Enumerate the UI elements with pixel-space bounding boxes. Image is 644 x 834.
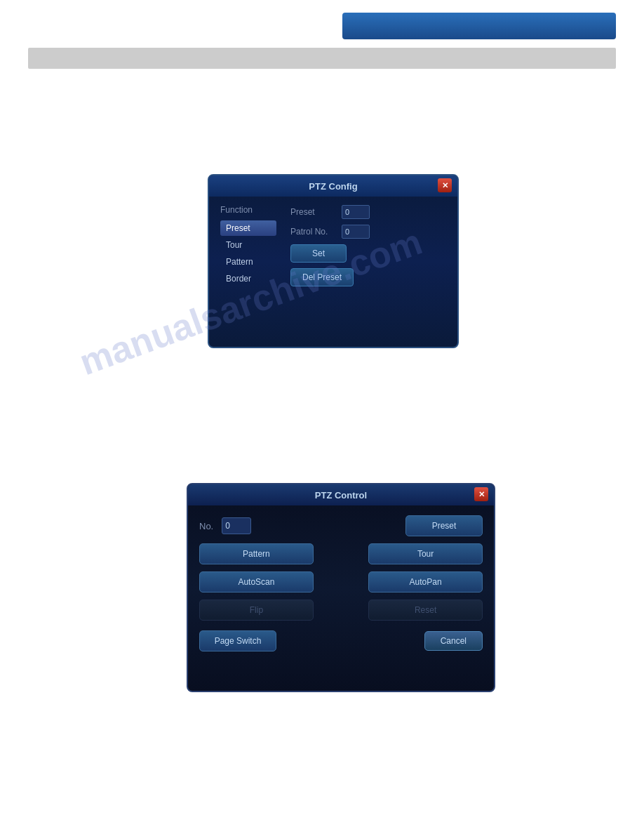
ptz-pattern-tour-row: Pattern Tour: [199, 543, 483, 564]
section-bar: [28, 48, 616, 69]
ptz-control-body: No. Preset Pattern Tour AutoScan AutoPan…: [188, 505, 494, 661]
set-btn-row: Set: [290, 244, 446, 263]
del-preset-btn-row: Del Preset: [290, 268, 446, 286]
autopan-button[interactable]: AutoPan: [368, 571, 483, 593]
patrol-no-label: Patrol No.: [290, 227, 336, 237]
flip-button[interactable]: Flip: [199, 600, 314, 621]
tour-button[interactable]: Tour: [368, 543, 483, 564]
ptz-bottom-row: Page Switch Cancel: [199, 630, 483, 651]
preset-input[interactable]: [342, 205, 370, 219]
ptz-config-body: Function Preset Tour Pattern Border Pres…: [209, 197, 457, 295]
set-button[interactable]: Set: [290, 244, 347, 263]
patrol-no-field-row: Patrol No.: [290, 225, 446, 239]
ptz-no-input[interactable]: [222, 517, 251, 534]
ptz-control-dialog: PTZ Control ✕ No. Preset Pattern Tour Au…: [187, 483, 495, 692]
preset-button[interactable]: Preset: [405, 515, 483, 536]
ptz-no-label: No.: [199, 521, 213, 531]
function-item-border[interactable]: Border: [220, 271, 276, 286]
function-item-preset[interactable]: Preset: [220, 220, 276, 236]
ptz-config-close-button[interactable]: ✕: [438, 178, 452, 192]
ptz-config-dialog: PTZ Config ✕ Function Preset Tour Patter…: [208, 174, 459, 348]
ptz-no-row: No. Preset: [199, 515, 483, 536]
ptz-config-right-panel: Preset Patrol No. Set Del Preset: [290, 205, 446, 286]
ptz-control-title: PTZ Control: [315, 490, 367, 501]
preset-field-row: Preset: [290, 205, 446, 219]
ptz-control-titlebar: PTZ Control ✕: [188, 484, 494, 505]
reset-button[interactable]: Reset: [368, 600, 483, 621]
ptz-flip-reset-row: Flip Reset: [199, 600, 483, 621]
ptz-autoscan-autopan-row: AutoScan AutoPan: [199, 571, 483, 593]
pattern-button[interactable]: Pattern: [199, 543, 314, 564]
preset-label: Preset: [290, 207, 336, 217]
function-item-pattern[interactable]: Pattern: [220, 254, 276, 270]
function-item-tour[interactable]: Tour: [220, 237, 276, 253]
cancel-button[interactable]: Cancel: [424, 631, 483, 651]
autoscan-button[interactable]: AutoScan: [199, 571, 314, 593]
function-label: Function: [220, 205, 276, 215]
top-header-bar: [342, 13, 616, 39]
patrol-no-input[interactable]: [342, 225, 370, 239]
function-list: Function Preset Tour Pattern Border: [220, 205, 276, 286]
page-switch-button[interactable]: Page Switch: [199, 630, 276, 651]
ptz-control-close-button[interactable]: ✕: [474, 487, 488, 501]
del-preset-button[interactable]: Del Preset: [290, 268, 354, 286]
ptz-config-title: PTZ Config: [309, 181, 357, 192]
ptz-config-titlebar: PTZ Config ✕: [209, 176, 457, 197]
